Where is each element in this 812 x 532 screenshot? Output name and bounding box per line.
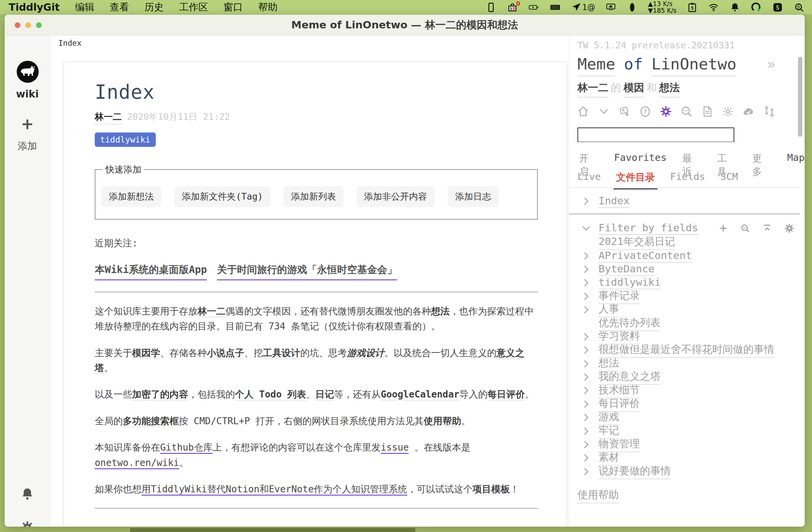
window-scrollbar-thumb[interactable] bbox=[798, 57, 802, 137]
tiddler-link[interactable]: 使用帮助 bbox=[424, 416, 461, 427]
chevron-right-icon[interactable] bbox=[581, 278, 591, 288]
tree-item-label[interactable]: 很想做但是最近舍不得花时间做的事情 bbox=[598, 342, 774, 358]
notification-icon[interactable] bbox=[729, 2, 741, 13]
notifications-bell-icon[interactable] bbox=[20, 487, 35, 501]
search-icon[interactable] bbox=[740, 223, 751, 234]
tree-row[interactable]: 学习资料 bbox=[581, 330, 801, 343]
settings-icon[interactable] bbox=[784, 223, 795, 234]
chevron-right-icon[interactable] bbox=[581, 413, 591, 422]
chevron-right-icon[interactable] bbox=[581, 332, 591, 342]
tiddler-link[interactable]: 日记 bbox=[315, 389, 334, 401]
tiddler-link[interactable]: 加密了的内容 bbox=[132, 389, 188, 401]
tree-row[interactable]: 牢记 bbox=[581, 424, 801, 437]
chevron-right-icon[interactable] bbox=[581, 291, 591, 301]
tree-item-label[interactable]: 事件记录 bbox=[598, 289, 640, 304]
chevron-right-icon[interactable] bbox=[581, 264, 591, 274]
chevron-right-icon[interactable] bbox=[581, 440, 591, 449]
help-link[interactable]: 使用帮助 bbox=[578, 488, 619, 503]
git-sync-icon[interactable] bbox=[763, 105, 776, 118]
filter-by-fields-label[interactable]: Filter by fields bbox=[598, 221, 698, 235]
add-workspace-label[interactable]: 添加 bbox=[5, 140, 50, 153]
chevron-right-icon[interactable] bbox=[581, 359, 591, 369]
subtitle-link[interactable]: 想法 bbox=[659, 81, 680, 98]
spotlight-icon[interactable]: @ bbox=[793, 2, 804, 13]
tiddler-link[interactable]: 小说点子 bbox=[207, 347, 244, 359]
quick-add-button[interactable]: 添加新文件夹(Tag) bbox=[174, 186, 270, 207]
quick-add-button[interactable]: 添加新想法 bbox=[101, 186, 161, 207]
recent-link[interactable]: 本Wiki系统的桌面版App bbox=[95, 263, 207, 281]
chevron-right-icon[interactable] bbox=[581, 399, 591, 409]
tree-item-label[interactable]: 2021年交易日记 bbox=[598, 235, 675, 250]
add-icon[interactable] bbox=[718, 223, 729, 234]
tree-row[interactable]: 优先待办列表 bbox=[581, 316, 801, 330]
collapse-icon[interactable] bbox=[762, 223, 773, 234]
tree-item-label[interactable]: 每日评价 bbox=[598, 397, 640, 412]
tiddler-link[interactable]: 每日评价 bbox=[488, 389, 525, 401]
tree-row[interactable]: 技术细节 bbox=[581, 384, 801, 397]
site-title-word[interactable]: Meme bbox=[578, 55, 615, 76]
tree-row[interactable]: 说好要做的事情 bbox=[581, 465, 801, 478]
mouse-icon[interactable] bbox=[626, 2, 638, 13]
sidebar-subtab-Fields[interactable]: Fields bbox=[670, 171, 705, 184]
tiddler-link[interactable]: 工具设计 bbox=[263, 347, 300, 359]
tree-row[interactable]: 我的意义之塔 bbox=[581, 371, 801, 384]
minimize-window-button[interactable] bbox=[25, 23, 31, 28]
tiddler-author-link[interactable]: 林一二 bbox=[95, 111, 122, 125]
brightness-icon[interactable] bbox=[721, 105, 735, 118]
tiddler-link[interactable]: GoogleCalendar bbox=[381, 389, 459, 401]
hide-sidebar-chevron-icon[interactable]: » bbox=[767, 56, 775, 72]
tree-row[interactable]: tiddlywiki bbox=[581, 276, 801, 289]
network-speed-indicator[interactable]: ▲13 K/s▼185 K/s bbox=[648, 1, 677, 14]
menu-item[interactable]: 窗口 bbox=[223, 1, 243, 13]
tag-pill-tiddlywiki[interactable]: tiddlywiki bbox=[95, 132, 156, 147]
advanced-search-icon[interactable] bbox=[680, 105, 693, 118]
subtitle-link[interactable]: 模因 bbox=[624, 81, 644, 98]
tree-item-label[interactable]: 说好要做的事情 bbox=[598, 464, 671, 479]
clipboard-icon[interactable]: 5 bbox=[686, 2, 698, 13]
chevron-right-icon[interactable] bbox=[581, 196, 591, 206]
tree-item-label[interactable]: 人事 bbox=[598, 302, 619, 317]
tree-row[interactable]: 很想做但是最近舍不得花时间做的事情 bbox=[581, 343, 801, 357]
new-tiddler-icon[interactable] bbox=[618, 105, 631, 118]
file-icon[interactable] bbox=[700, 105, 714, 118]
chevron-right-icon[interactable] bbox=[581, 426, 591, 436]
tree-row[interactable]: 事件记录 bbox=[581, 290, 801, 303]
home-icon[interactable] bbox=[577, 105, 590, 118]
wifi-icon[interactable] bbox=[708, 2, 719, 13]
tree-item-label[interactable]: 游戏 bbox=[598, 410, 619, 425]
quick-add-button[interactable]: 添加日志 bbox=[448, 186, 498, 207]
chevron-down-icon[interactable] bbox=[581, 223, 591, 233]
tree-item-label[interactable]: Index bbox=[598, 195, 629, 208]
tree-row[interactable]: 人事 bbox=[581, 303, 801, 316]
tiddler-link[interactable]: 模因学 bbox=[132, 347, 160, 359]
settings-icon[interactable] bbox=[659, 105, 672, 118]
chevron-right-icon[interactable] bbox=[581, 305, 591, 315]
chevron-right-icon[interactable] bbox=[581, 466, 591, 477]
tree-item-label[interactable]: ByteDance bbox=[598, 263, 654, 276]
quick-add-button[interactable]: 添加非公开内容 bbox=[357, 186, 434, 207]
chevron-right-icon[interactable] bbox=[581, 372, 591, 382]
app-menu-tiddlygit[interactable]: TiddlyGit bbox=[9, 1, 60, 13]
display-icon[interactable] bbox=[485, 2, 497, 13]
tree-row[interactable]: 2021年交易日记 bbox=[581, 235, 801, 249]
tree-item-label[interactable]: 牢记 bbox=[598, 423, 619, 439]
tree-item-label[interactable]: 优先待办列表 bbox=[598, 316, 661, 331]
workspace-avatar[interactable] bbox=[17, 61, 39, 83]
help-icon[interactable]: ? bbox=[639, 105, 652, 118]
quick-add-button[interactable]: 添加新列表 bbox=[284, 186, 343, 207]
tiddler-link[interactable]: issue bbox=[381, 442, 409, 454]
menu-item[interactable]: 编辑 bbox=[75, 1, 95, 13]
tiddler-link[interactable]: 项目模板 bbox=[473, 484, 510, 495]
menu-item[interactable]: 历史 bbox=[144, 1, 164, 13]
tiddler-link[interactable]: 用TiddlyWiki替代Notion和EverNote作为个人知识管理系统 bbox=[142, 484, 407, 495]
tree-item-label[interactable]: tiddlywiki bbox=[598, 276, 661, 289]
sidebar-subtab-文件目录[interactable]: 文件目录 bbox=[616, 171, 655, 184]
send-icon[interactable]: 1@ bbox=[571, 2, 595, 13]
chevron-down-icon[interactable] bbox=[597, 105, 610, 118]
preferences-gear-icon[interactable] bbox=[20, 520, 35, 527]
tiddler-link[interactable]: onetwo.ren/wiki bbox=[95, 457, 179, 469]
capture-icon[interactable] bbox=[605, 2, 617, 13]
sidebar-subtab-SCM[interactable]: SCM bbox=[721, 171, 738, 184]
subtitle-link[interactable]: 林一二 bbox=[578, 81, 609, 98]
tiddler-link[interactable]: 多功能搜索框 bbox=[123, 416, 179, 427]
